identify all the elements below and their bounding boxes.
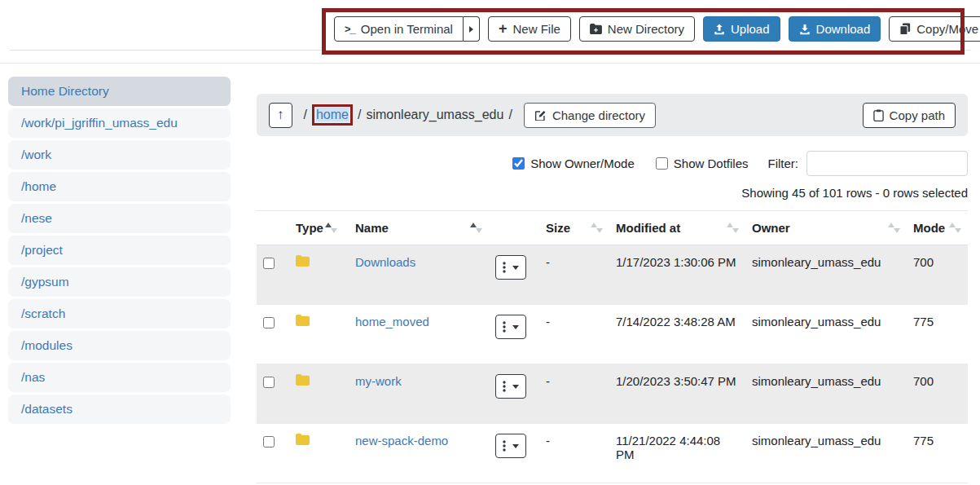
folder-icon	[296, 255, 310, 267]
column-header-type[interactable]: Type	[289, 211, 349, 245]
file-modified: 7/14/2022 3:48:28 AM	[609, 305, 745, 364]
copy-move-button[interactable]: Copy/Move	[889, 16, 980, 42]
row-actions-dropdown[interactable]	[495, 315, 526, 339]
file-toolbar: >_ Open in Terminal + New File New Direc…	[334, 16, 980, 42]
new-directory-button[interactable]: New Directory	[579, 16, 695, 42]
caret-right-icon	[469, 26, 473, 33]
folder-plus-icon	[590, 24, 602, 34]
caret-down-icon	[512, 385, 519, 389]
folder-icon	[296, 315, 310, 326]
page-divider	[0, 63, 980, 64]
sidebar-item-modules[interactable]: /modules	[8, 331, 231, 360]
rows-status: Showing 45 of 101 rows - 0 rows selected	[257, 186, 968, 200]
table-row: my-work - 1/20/2023 3:50:47 PM simonlear…	[257, 364, 968, 424]
column-header-size[interactable]: Size	[539, 211, 609, 245]
sort-carets-icon	[470, 223, 482, 233]
folder-icon	[296, 434, 310, 445]
filter-input[interactable]	[806, 151, 968, 176]
show-dotfiles-control[interactable]: Show Dotfiles	[656, 157, 749, 170]
upload-icon	[714, 24, 725, 35]
kebab-icon	[503, 262, 506, 273]
table-header-row: Type Name Size Modified at Owner	[257, 211, 968, 245]
file-browser-main: ↑ / home / simonleary_umass_edu / Change…	[257, 94, 968, 483]
file-modified: 11/21/2022 4:44:08 PM	[609, 424, 745, 483]
file-mode: 700	[907, 245, 968, 305]
table-controls: Show Owner/Mode Show Dotfiles Filter:	[257, 151, 968, 176]
breadcrumb-home-link[interactable]: home	[316, 108, 349, 121]
row-select-checkbox[interactable]	[263, 436, 275, 448]
file-name-link[interactable]: my-work	[355, 374, 402, 388]
row-select-checkbox[interactable]	[263, 377, 275, 388]
navbar-divider	[10, 50, 970, 51]
show-owner-mode-control[interactable]: Show Owner/Mode	[512, 157, 635, 170]
column-header-modified-at[interactable]: Modified at	[609, 211, 745, 245]
row-actions-dropdown[interactable]	[495, 434, 526, 458]
caret-down-icon	[512, 325, 519, 329]
caret-down-icon	[512, 266, 519, 270]
breadcrumb-separator: /	[358, 108, 361, 122]
sidebar-item-project[interactable]: /project	[8, 236, 231, 265]
file-owner: simonleary_umass_edu	[745, 245, 907, 305]
file-name-link[interactable]: Downloads	[355, 255, 415, 269]
new-file-button[interactable]: + New File	[488, 16, 571, 42]
row-actions-dropdown[interactable]	[495, 374, 526, 399]
show-dotfiles-checkbox[interactable]	[656, 157, 668, 170]
sort-carets-icon	[591, 223, 603, 233]
sidebar-item-home-directory[interactable]: Home Directory	[8, 77, 231, 106]
file-size: -	[539, 364, 609, 424]
column-header-owner[interactable]: Owner	[745, 211, 907, 245]
file-name-link[interactable]: new-spack-demo	[355, 434, 448, 448]
table-row: Downloads - 1/17/2023 1:30:06 PM simonle…	[257, 245, 968, 305]
open-in-terminal-group: >_ Open in Terminal	[334, 16, 480, 42]
copy-icon	[899, 23, 911, 35]
sidebar-item-home[interactable]: /home	[8, 172, 231, 201]
sidebar-item-work-pi-jgriffin[interactable]: /work/pi_jgriffin_umass_edu	[8, 108, 231, 138]
column-header-select	[257, 211, 289, 245]
sidebar-item-scratch[interactable]: /scratch	[8, 299, 231, 328]
file-name-link[interactable]: home_moved	[355, 315, 429, 328]
row-select-checkbox[interactable]	[263, 317, 275, 328]
table-row: home_moved - 7/14/2022 3:48:28 AM simonl…	[257, 305, 968, 364]
sidebar-item-work[interactable]: /work	[8, 140, 231, 170]
sidebar-item-nese[interactable]: /nese	[8, 204, 231, 233]
upload-button[interactable]: Upload	[703, 16, 780, 42]
breadcrumb-separator: /	[508, 108, 512, 122]
table-row: new-spack-demo - 11/21/2022 4:44:08 PM s…	[257, 424, 968, 483]
file-size: -	[539, 305, 609, 364]
sort-carets-icon	[325, 223, 337, 233]
up-directory-button[interactable]: ↑	[269, 103, 292, 128]
file-size: -	[539, 424, 609, 483]
file-mode: 775	[907, 424, 968, 483]
file-owner: simonleary_umass_edu	[745, 364, 907, 424]
show-owner-mode-checkbox[interactable]	[512, 157, 525, 170]
filter-label: Filter:	[768, 157, 799, 170]
terminal-icon: >_	[345, 23, 355, 35]
breadcrumb-current-directory: simonleary_umass_edu	[366, 108, 503, 122]
column-header-name[interactable]: Name	[349, 211, 489, 245]
show-owner-mode-label: Show Owner/Mode	[530, 157, 635, 170]
download-label: Download	[816, 22, 871, 36]
copy-path-button[interactable]: Copy path	[863, 103, 956, 128]
download-button[interactable]: Download	[789, 16, 881, 42]
new-file-label: New File	[512, 22, 560, 36]
row-actions-dropdown[interactable]	[495, 255, 526, 280]
change-directory-button[interactable]: Change directory	[524, 103, 656, 128]
column-header-mode[interactable]: Mode	[907, 211, 968, 245]
row-select-checkbox[interactable]	[263, 258, 275, 269]
folder-icon	[296, 374, 310, 386]
kebab-icon	[503, 440, 506, 452]
sidebar-item-datasets[interactable]: /datasets	[8, 395, 231, 424]
sidebar-item-gypsum[interactable]: /gypsum	[8, 267, 231, 297]
edit-icon	[534, 109, 547, 121]
open-in-terminal-button[interactable]: >_ Open in Terminal	[334, 16, 464, 42]
breadcrumb: / home / simonleary_umass_edu /	[304, 104, 512, 125]
up-arrow-icon: ↑	[277, 107, 284, 123]
annotation-box-home: home	[312, 104, 353, 125]
column-header-actions	[489, 211, 539, 245]
file-owner: simonleary_umass_edu	[745, 305, 907, 364]
sidebar-item-nas[interactable]: /nas	[8, 363, 231, 392]
file-table: Type Name Size Modified at Owner	[257, 210, 968, 483]
favorites-sidebar: Home Directory /work/pi_jgriffin_umass_e…	[8, 77, 231, 426]
open-in-terminal-dropdown-toggle[interactable]	[464, 16, 480, 42]
sort-carets-icon	[888, 223, 900, 233]
